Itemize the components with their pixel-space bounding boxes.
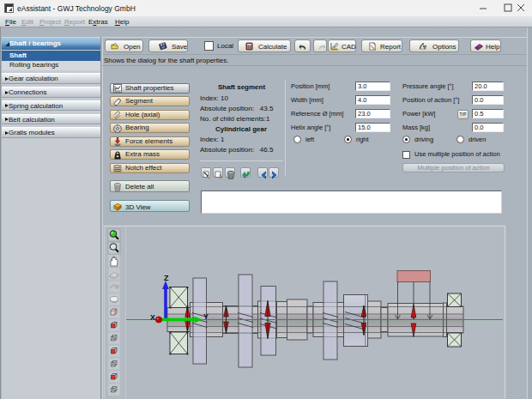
svg-text:X: X	[150, 313, 155, 322]
svg-text:Y: Y	[203, 312, 209, 321]
svg-text:Z: Z	[164, 274, 169, 282]
